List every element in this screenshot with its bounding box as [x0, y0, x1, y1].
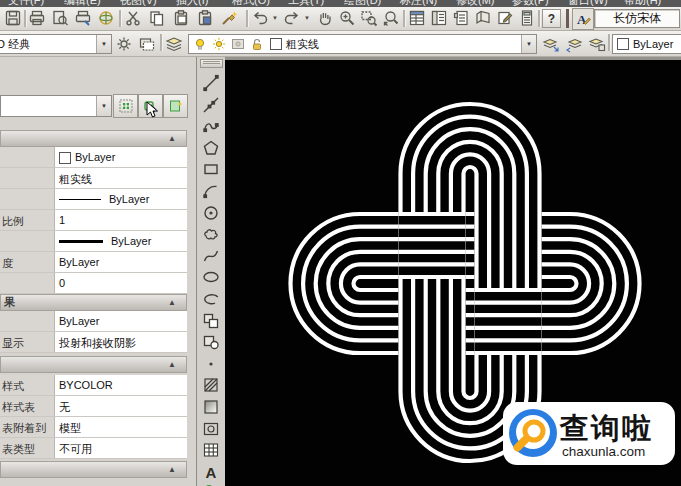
section-header-3d[interactable]: 果 ▲: [0, 294, 187, 311]
rectangle-icon[interactable]: [201, 159, 221, 179]
properties-palette-icon[interactable]: [407, 8, 427, 28]
polyline-icon[interactable]: [201, 116, 221, 136]
workspace-save-icon[interactable]: [137, 34, 157, 54]
plot-icon[interactable]: [73, 8, 93, 28]
print-preview-icon[interactable]: [50, 8, 70, 28]
revision-cloud-icon[interactable]: [201, 224, 221, 244]
menu-parametric[interactable]: 参数(P): [512, 0, 549, 7]
property-row-plot-style-table[interactable]: 样式表 无: [0, 396, 187, 417]
cut-icon[interactable]: [123, 8, 143, 28]
layer-states-icon[interactable]: [587, 34, 607, 54]
zoom-realtime-icon[interactable]: [337, 8, 357, 28]
property-row-shadow-display[interactable]: 显示 投射和接收阴影: [0, 332, 187, 353]
menu-dimension[interactable]: 标注(N): [400, 0, 437, 7]
menu-help[interactable]: 帮助(H): [624, 0, 661, 7]
property-row-plot-table-attached[interactable]: 表附着到 模型: [0, 417, 187, 438]
menu-insert[interactable]: 插入(I): [176, 0, 208, 7]
quickcalc-icon[interactable]: [517, 8, 537, 28]
layer-previous-icon[interactable]: [564, 34, 584, 54]
designcenter-icon[interactable]: [429, 8, 449, 28]
menu-view[interactable]: 视图(V): [120, 0, 157, 7]
property-row-layer[interactable]: 粗实线: [0, 168, 187, 189]
toolbar-grip-handle[interactable]: [200, 59, 223, 68]
point-style-icon[interactable]: [201, 481, 221, 486]
copy-icon[interactable]: [147, 8, 167, 28]
collapse-icon[interactable]: ▲: [168, 360, 176, 369]
make-layer-current-icon[interactable]: [541, 34, 561, 54]
pan-icon[interactable]: [315, 8, 335, 28]
object-type-combo[interactable]: ▼: [0, 95, 112, 117]
font-style-box[interactable]: 长仿宋体: [594, 9, 680, 28]
layer-caret-icon[interactable]: ▼: [521, 35, 536, 53]
section-header-view[interactable]: ▲: [0, 461, 187, 478]
table-icon[interactable]: [201, 440, 221, 460]
undo-icon[interactable]: [250, 8, 270, 28]
drawing-canvas[interactable]: 查询啦 chaxunla.com: [225, 57, 681, 486]
save-icon[interactable]: [3, 8, 23, 28]
insert-block-icon[interactable]: [201, 311, 221, 331]
undo-dropdown-caret[interactable]: ▼: [270, 8, 280, 28]
sheet-set-manager-icon[interactable]: [473, 8, 493, 28]
menu-format[interactable]: 格式(O): [232, 0, 270, 7]
line-icon[interactable]: [201, 73, 221, 93]
multiline-text-icon[interactable]: A: [201, 462, 221, 482]
layer-freeze-sun-icon[interactable]: [212, 37, 226, 51]
layer-color-swatch[interactable]: [270, 38, 282, 50]
point-icon[interactable]: [201, 354, 221, 374]
workspace-caret-icon[interactable]: ▼: [96, 35, 111, 53]
polygon-icon[interactable]: [201, 138, 221, 158]
workspace-settings-icon[interactable]: [114, 34, 134, 54]
property-row-thickness[interactable]: 0: [0, 273, 187, 294]
paste-special-icon[interactable]: [195, 8, 215, 28]
menu-modify[interactable]: 修改(M): [456, 0, 495, 7]
construction-line-icon[interactable]: [201, 95, 221, 115]
layer-properties-manager-icon[interactable]: [164, 34, 184, 54]
property-row-lineweight[interactable]: ByLayer: [0, 231, 187, 252]
hatch-icon[interactable]: [201, 375, 221, 395]
property-row-color[interactable]: ByLayer: [0, 147, 187, 168]
menu-tools[interactable]: 工具(T): [288, 0, 324, 7]
layer-combo[interactable]: 粗实线 ▼: [188, 34, 537, 54]
layer-viewport-freeze-icon[interactable]: [231, 37, 245, 51]
paste-icon[interactable]: [171, 8, 191, 28]
ellipse-icon[interactable]: [201, 267, 221, 287]
menu-draw[interactable]: 绘图(D): [344, 0, 381, 7]
workspace-combo[interactable]: AutoCAD 经典 ▼: [0, 34, 112, 54]
make-block-icon[interactable]: [201, 332, 221, 352]
select-objects-button[interactable]: [138, 94, 163, 118]
property-row-linetype[interactable]: ByLayer: [0, 189, 187, 210]
collapse-icon[interactable]: ▲: [168, 298, 176, 307]
menu-file[interactable]: 文件(F): [8, 0, 44, 7]
menu-window[interactable]: 窗口(W): [568, 0, 608, 7]
section-header-general[interactable]: ▲: [0, 130, 187, 147]
layer-lock-icon[interactable]: [250, 37, 264, 51]
quick-select-button[interactable]: [163, 94, 188, 118]
collapse-icon[interactable]: ▲: [168, 465, 176, 474]
tool-palettes-icon[interactable]: [451, 8, 471, 28]
section-header-plot[interactable]: ▲: [0, 356, 187, 373]
circle-icon[interactable]: [201, 203, 221, 223]
redo-dropdown-caret[interactable]: ▼: [302, 8, 312, 28]
spline-icon[interactable]: [201, 246, 221, 266]
text-style-icon[interactable]: A: [572, 8, 594, 30]
property-row-plot-table-type[interactable]: 表类型 不可用: [0, 438, 187, 459]
property-row-material[interactable]: ByLayer: [0, 311, 187, 332]
arc-icon[interactable]: [201, 181, 221, 201]
property-row-plot-style[interactable]: 样式 BYCOLOR: [0, 375, 187, 396]
property-row-linetype-scale[interactable]: 比例 1: [0, 210, 187, 231]
zoom-previous-icon[interactable]: [381, 8, 401, 28]
match-properties-icon[interactable]: [219, 8, 239, 28]
markup-set-manager-icon[interactable]: [495, 8, 515, 28]
color-combo[interactable]: ByLayer: [612, 34, 681, 54]
layer-on-bulb-icon[interactable]: [193, 37, 207, 51]
ellipse-arc-icon[interactable]: [201, 289, 221, 309]
toggle-pickadd-button[interactable]: [113, 94, 138, 118]
property-row-transparency[interactable]: 度 ByLayer: [0, 252, 187, 273]
gradient-icon[interactable]: [201, 397, 221, 417]
publish-icon[interactable]: [96, 8, 116, 28]
print-icon[interactable]: [27, 8, 47, 28]
help-icon[interactable]: ?: [542, 9, 561, 28]
zoom-window-icon[interactable]: [359, 8, 379, 28]
collapse-icon[interactable]: ▲: [168, 134, 176, 143]
object-type-caret-icon[interactable]: ▼: [96, 96, 111, 116]
